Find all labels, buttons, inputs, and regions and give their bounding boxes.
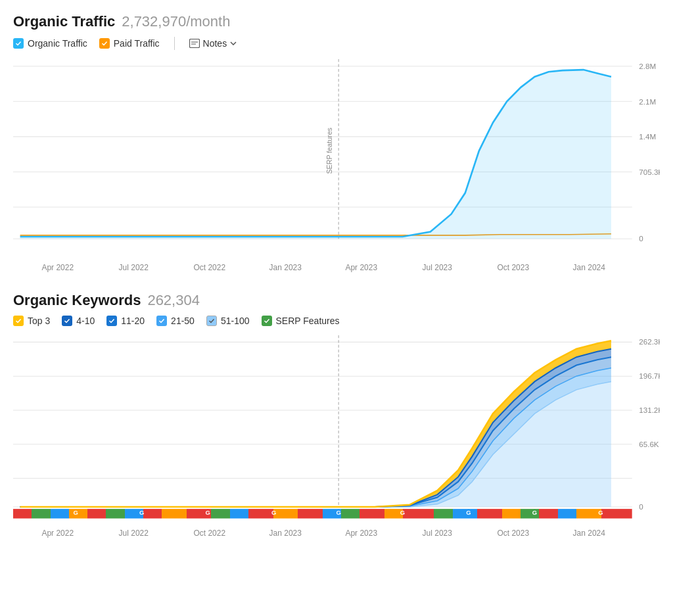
range410-label: 4-10 <box>76 316 95 326</box>
x-label-jan24: Jan 2024 <box>551 263 628 272</box>
range1120-legend-item[interactable]: 11-20 <box>106 316 145 326</box>
svg-text:65.6K: 65.6K <box>639 440 659 448</box>
svg-text:G: G <box>532 509 537 517</box>
kw-x-label-apr23: Apr 2023 <box>323 529 400 538</box>
organic-keywords-value: 262,304 <box>147 292 200 309</box>
organic-traffic-value: 2,732,970/month <box>122 13 230 30</box>
range51100-legend-item[interactable]: 51-100 <box>206 316 250 326</box>
svg-text:G: G <box>206 509 210 517</box>
kw-x-label-jul23: Jul 2023 <box>400 529 476 538</box>
organic-keywords-header: Organic Keywords 262,304 <box>13 292 660 309</box>
svg-text:0: 0 <box>639 234 643 243</box>
organic-traffic-x-axis: Apr 2022 Jul 2022 Oct 2022 Jan 2023 Apr … <box>13 263 660 272</box>
svg-text:G: G <box>598 509 603 517</box>
range1120-label: 11-20 <box>121 316 145 326</box>
organic-traffic-header: Organic Traffic 2,732,970/month <box>13 13 660 30</box>
svg-text:705.3K: 705.3K <box>639 168 660 176</box>
serp-features-checkbox[interactable] <box>262 316 272 326</box>
organic-keywords-legend: Top 3 4-10 11-20 21-50 51-100 <box>13 316 660 326</box>
x-label-apr23: Apr 2023 <box>323 263 400 272</box>
svg-text:2.1M: 2.1M <box>639 97 656 106</box>
top3-legend-item[interactable]: Top 3 <box>13 316 50 326</box>
svg-text:G: G <box>400 509 405 517</box>
svg-text:2.8M: 2.8M <box>639 62 656 70</box>
organic-traffic-chart-area: 2.8M 2.1M 1.4M 705.3K 0 SERP features Ap… <box>13 59 660 272</box>
organic-keywords-title: Organic Keywords <box>13 292 141 309</box>
notes-button[interactable]: Notes <box>189 38 237 49</box>
organic-traffic-legend: Organic Traffic Paid Traffic Notes <box>13 37 660 50</box>
svg-text:SERP features: SERP features <box>325 128 333 174</box>
organic-keywords-chart-area: 262.3K 196.7K 131.2K 65.6K 0 <box>13 335 660 538</box>
x-label-oct22: Oct 2022 <box>172 263 248 272</box>
range51100-checkbox[interactable] <box>206 316 217 326</box>
range410-checkbox[interactable] <box>62 316 72 326</box>
notes-icon <box>189 39 200 48</box>
range2150-checkbox[interactable] <box>156 316 167 326</box>
organic-traffic-section: Organic Traffic 2,732,970/month Organic … <box>13 13 660 272</box>
svg-text:131.2K: 131.2K <box>639 406 660 414</box>
x-label-jul22: Jul 2022 <box>96 263 172 272</box>
organic-keywords-chart: 262.3K 196.7K 131.2K 65.6K 0 <box>13 335 660 526</box>
svg-text:262.3K: 262.3K <box>639 339 660 346</box>
serp-features-label: SERP Features <box>276 316 340 326</box>
range410-legend-item[interactable]: 4-10 <box>62 316 95 326</box>
legend-divider <box>174 37 175 50</box>
top3-label: Top 3 <box>28 316 50 326</box>
range1120-checkbox[interactable] <box>106 316 117 326</box>
svg-text:G: G <box>336 509 340 517</box>
range2150-label: 21-50 <box>171 316 195 326</box>
organic-traffic-legend-item[interactable]: Organic Traffic <box>13 38 87 49</box>
top3-checkbox[interactable] <box>13 316 24 326</box>
paid-traffic-label: Paid Traffic <box>114 38 160 49</box>
paid-traffic-checkbox[interactable] <box>99 38 110 49</box>
svg-text:G: G <box>74 509 78 517</box>
paid-traffic-legend-item[interactable]: Paid Traffic <box>99 38 160 49</box>
x-label-oct23: Oct 2023 <box>475 263 551 272</box>
range51100-label: 51-100 <box>221 316 250 326</box>
organic-keywords-svg: 262.3K 196.7K 131.2K 65.6K 0 <box>13 335 660 526</box>
svg-rect-28 <box>13 509 632 519</box>
organic-keywords-x-axis: Apr 2022 Jul 2022 Oct 2022 Jan 2023 Apr … <box>13 529 660 538</box>
organic-traffic-svg: 2.8M 2.1M 1.4M 705.3K 0 SERP features <box>13 59 660 256</box>
kw-x-label-jul22: Jul 2022 <box>96 529 172 538</box>
kw-x-label-jan23: Jan 2023 <box>248 529 324 538</box>
range2150-legend-item[interactable]: 21-50 <box>156 316 195 326</box>
organic-keywords-section: Organic Keywords 262,304 Top 3 4-10 11-2… <box>13 292 660 538</box>
kw-x-label-jan24: Jan 2024 <box>551 529 628 538</box>
x-label-apr22: Apr 2022 <box>20 263 96 272</box>
svg-text:1.4M: 1.4M <box>639 132 656 141</box>
svg-text:G: G <box>466 509 471 517</box>
svg-text:G: G <box>139 509 144 517</box>
x-label-jan23: Jan 2023 <box>248 263 324 272</box>
organic-traffic-checkbox[interactable] <box>13 38 24 49</box>
svg-text:196.7K: 196.7K <box>639 372 660 380</box>
svg-rect-0 <box>189 39 199 48</box>
svg-text:G: G <box>271 509 276 517</box>
organic-traffic-label: Organic Traffic <box>28 38 87 49</box>
kw-x-label-oct23: Oct 2023 <box>475 529 551 538</box>
chevron-down-icon <box>230 41 237 45</box>
kw-x-label-oct22: Oct 2022 <box>172 529 248 538</box>
notes-label: Notes <box>203 38 227 49</box>
serp-features-legend-item[interactable]: SERP Features <box>262 316 340 326</box>
organic-traffic-title: Organic Traffic <box>13 13 115 30</box>
svg-text:0: 0 <box>639 503 643 511</box>
organic-traffic-chart: 2.8M 2.1M 1.4M 705.3K 0 SERP features <box>13 59 660 256</box>
x-label-jul23: Jul 2023 <box>400 263 476 272</box>
kw-x-label-apr22: Apr 2022 <box>20 529 96 538</box>
